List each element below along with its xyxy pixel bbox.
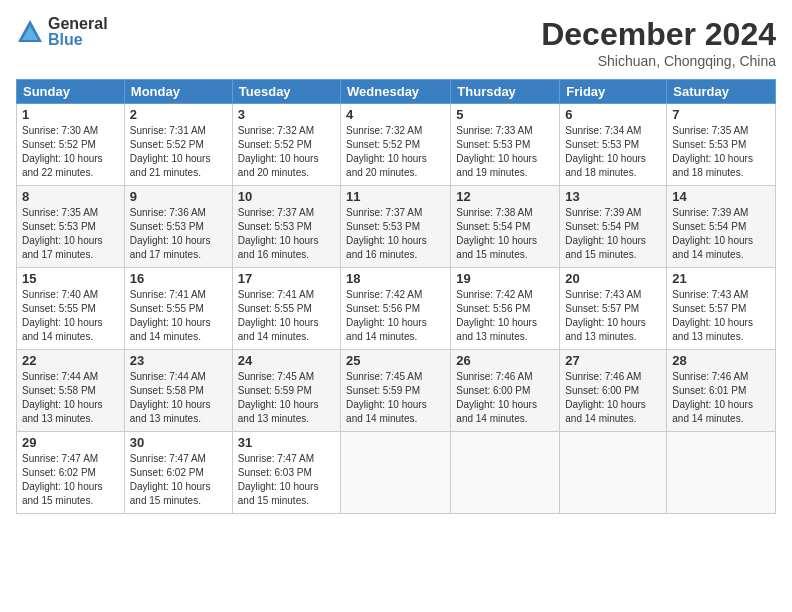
calendar-header: SundayMondayTuesdayWednesdayThursdayFrid…	[17, 80, 776, 104]
page: General Blue December 2024 Shichuan, Cho…	[0, 0, 792, 612]
day-number: 3	[238, 107, 335, 122]
calendar-cell: 23Sunrise: 7:44 AM Sunset: 5:58 PM Dayli…	[124, 350, 232, 432]
day-number: 8	[22, 189, 119, 204]
week-row: 8Sunrise: 7:35 AM Sunset: 5:53 PM Daylig…	[17, 186, 776, 268]
month-title: December 2024	[541, 16, 776, 53]
calendar-body: 1Sunrise: 7:30 AM Sunset: 5:52 PM Daylig…	[17, 104, 776, 514]
calendar-cell: 1Sunrise: 7:30 AM Sunset: 5:52 PM Daylig…	[17, 104, 125, 186]
day-number: 10	[238, 189, 335, 204]
day-info: Sunrise: 7:47 AM Sunset: 6:02 PM Dayligh…	[22, 452, 119, 508]
header: General Blue December 2024 Shichuan, Cho…	[16, 16, 776, 69]
header-friday: Friday	[560, 80, 667, 104]
day-info: Sunrise: 7:32 AM Sunset: 5:52 PM Dayligh…	[238, 124, 335, 180]
day-number: 21	[672, 271, 770, 286]
day-number: 14	[672, 189, 770, 204]
header-tuesday: Tuesday	[232, 80, 340, 104]
day-number: 29	[22, 435, 119, 450]
calendar-cell: 10Sunrise: 7:37 AM Sunset: 5:53 PM Dayli…	[232, 186, 340, 268]
calendar-cell: 4Sunrise: 7:32 AM Sunset: 5:52 PM Daylig…	[341, 104, 451, 186]
calendar-cell	[451, 432, 560, 514]
logo: General Blue	[16, 16, 108, 48]
calendar-cell: 21Sunrise: 7:43 AM Sunset: 5:57 PM Dayli…	[667, 268, 776, 350]
calendar-cell: 27Sunrise: 7:46 AM Sunset: 6:00 PM Dayli…	[560, 350, 667, 432]
calendar-cell	[667, 432, 776, 514]
header-row: SundayMondayTuesdayWednesdayThursdayFrid…	[17, 80, 776, 104]
day-info: Sunrise: 7:46 AM Sunset: 6:00 PM Dayligh…	[565, 370, 661, 426]
title-area: December 2024 Shichuan, Chongqing, China	[541, 16, 776, 69]
day-info: Sunrise: 7:34 AM Sunset: 5:53 PM Dayligh…	[565, 124, 661, 180]
day-info: Sunrise: 7:41 AM Sunset: 5:55 PM Dayligh…	[130, 288, 227, 344]
day-info: Sunrise: 7:35 AM Sunset: 5:53 PM Dayligh…	[22, 206, 119, 262]
day-number: 17	[238, 271, 335, 286]
day-info: Sunrise: 7:47 AM Sunset: 6:02 PM Dayligh…	[130, 452, 227, 508]
subtitle: Shichuan, Chongqing, China	[541, 53, 776, 69]
calendar-cell: 29Sunrise: 7:47 AM Sunset: 6:02 PM Dayli…	[17, 432, 125, 514]
calendar-cell: 15Sunrise: 7:40 AM Sunset: 5:55 PM Dayli…	[17, 268, 125, 350]
day-info: Sunrise: 7:44 AM Sunset: 5:58 PM Dayligh…	[130, 370, 227, 426]
calendar-cell: 22Sunrise: 7:44 AM Sunset: 5:58 PM Dayli…	[17, 350, 125, 432]
calendar-cell: 5Sunrise: 7:33 AM Sunset: 5:53 PM Daylig…	[451, 104, 560, 186]
calendar: SundayMondayTuesdayWednesdayThursdayFrid…	[16, 79, 776, 514]
calendar-cell: 20Sunrise: 7:43 AM Sunset: 5:57 PM Dayli…	[560, 268, 667, 350]
day-number: 2	[130, 107, 227, 122]
calendar-cell: 8Sunrise: 7:35 AM Sunset: 5:53 PM Daylig…	[17, 186, 125, 268]
week-row: 15Sunrise: 7:40 AM Sunset: 5:55 PM Dayli…	[17, 268, 776, 350]
day-number: 16	[130, 271, 227, 286]
week-row: 29Sunrise: 7:47 AM Sunset: 6:02 PM Dayli…	[17, 432, 776, 514]
day-info: Sunrise: 7:43 AM Sunset: 5:57 PM Dayligh…	[565, 288, 661, 344]
calendar-cell	[560, 432, 667, 514]
calendar-cell: 26Sunrise: 7:46 AM Sunset: 6:00 PM Dayli…	[451, 350, 560, 432]
day-info: Sunrise: 7:32 AM Sunset: 5:52 PM Dayligh…	[346, 124, 445, 180]
day-number: 27	[565, 353, 661, 368]
day-info: Sunrise: 7:39 AM Sunset: 5:54 PM Dayligh…	[565, 206, 661, 262]
header-wednesday: Wednesday	[341, 80, 451, 104]
day-info: Sunrise: 7:41 AM Sunset: 5:55 PM Dayligh…	[238, 288, 335, 344]
day-info: Sunrise: 7:40 AM Sunset: 5:55 PM Dayligh…	[22, 288, 119, 344]
day-number: 28	[672, 353, 770, 368]
calendar-cell: 16Sunrise: 7:41 AM Sunset: 5:55 PM Dayli…	[124, 268, 232, 350]
day-number: 22	[22, 353, 119, 368]
day-info: Sunrise: 7:36 AM Sunset: 5:53 PM Dayligh…	[130, 206, 227, 262]
day-number: 1	[22, 107, 119, 122]
day-number: 18	[346, 271, 445, 286]
day-info: Sunrise: 7:45 AM Sunset: 5:59 PM Dayligh…	[346, 370, 445, 426]
calendar-cell: 6Sunrise: 7:34 AM Sunset: 5:53 PM Daylig…	[560, 104, 667, 186]
day-number: 7	[672, 107, 770, 122]
day-info: Sunrise: 7:45 AM Sunset: 5:59 PM Dayligh…	[238, 370, 335, 426]
day-info: Sunrise: 7:30 AM Sunset: 5:52 PM Dayligh…	[22, 124, 119, 180]
logo-icon	[16, 18, 44, 46]
calendar-cell: 30Sunrise: 7:47 AM Sunset: 6:02 PM Dayli…	[124, 432, 232, 514]
day-number: 15	[22, 271, 119, 286]
day-number: 5	[456, 107, 554, 122]
day-info: Sunrise: 7:38 AM Sunset: 5:54 PM Dayligh…	[456, 206, 554, 262]
day-info: Sunrise: 7:47 AM Sunset: 6:03 PM Dayligh…	[238, 452, 335, 508]
day-number: 31	[238, 435, 335, 450]
header-monday: Monday	[124, 80, 232, 104]
day-number: 19	[456, 271, 554, 286]
calendar-cell: 28Sunrise: 7:46 AM Sunset: 6:01 PM Dayli…	[667, 350, 776, 432]
calendar-cell: 14Sunrise: 7:39 AM Sunset: 5:54 PM Dayli…	[667, 186, 776, 268]
day-number: 20	[565, 271, 661, 286]
day-info: Sunrise: 7:46 AM Sunset: 6:00 PM Dayligh…	[456, 370, 554, 426]
day-info: Sunrise: 7:31 AM Sunset: 5:52 PM Dayligh…	[130, 124, 227, 180]
calendar-cell: 11Sunrise: 7:37 AM Sunset: 5:53 PM Dayli…	[341, 186, 451, 268]
logo-text: General Blue	[48, 16, 108, 48]
day-info: Sunrise: 7:43 AM Sunset: 5:57 PM Dayligh…	[672, 288, 770, 344]
week-row: 1Sunrise: 7:30 AM Sunset: 5:52 PM Daylig…	[17, 104, 776, 186]
calendar-cell: 2Sunrise: 7:31 AM Sunset: 5:52 PM Daylig…	[124, 104, 232, 186]
day-number: 25	[346, 353, 445, 368]
logo-general: General	[48, 16, 108, 32]
day-number: 23	[130, 353, 227, 368]
header-sunday: Sunday	[17, 80, 125, 104]
day-info: Sunrise: 7:44 AM Sunset: 5:58 PM Dayligh…	[22, 370, 119, 426]
calendar-cell: 7Sunrise: 7:35 AM Sunset: 5:53 PM Daylig…	[667, 104, 776, 186]
day-number: 30	[130, 435, 227, 450]
day-number: 24	[238, 353, 335, 368]
header-thursday: Thursday	[451, 80, 560, 104]
day-info: Sunrise: 7:33 AM Sunset: 5:53 PM Dayligh…	[456, 124, 554, 180]
day-number: 9	[130, 189, 227, 204]
day-number: 6	[565, 107, 661, 122]
calendar-cell: 19Sunrise: 7:42 AM Sunset: 5:56 PM Dayli…	[451, 268, 560, 350]
day-info: Sunrise: 7:35 AM Sunset: 5:53 PM Dayligh…	[672, 124, 770, 180]
logo-blue: Blue	[48, 32, 108, 48]
